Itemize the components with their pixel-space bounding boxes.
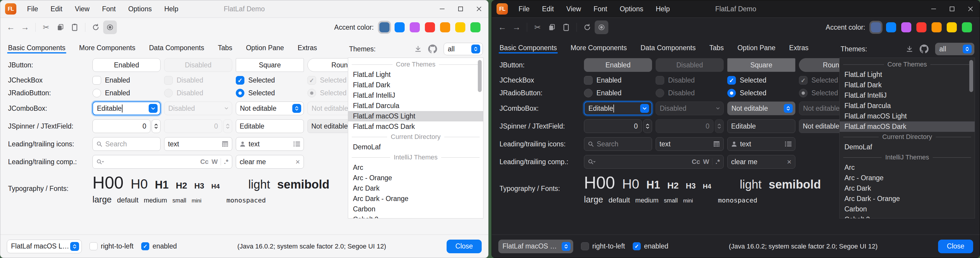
combobox-not-editable[interactable]: Not editable (236, 101, 304, 115)
menu-file[interactable]: File (519, 5, 530, 13)
tab-more-components[interactable]: More Components (571, 44, 627, 54)
list-item[interactable]: DemoLaf (840, 142, 975, 152)
list-item[interactable]: Arc (348, 162, 483, 173)
menu-view[interactable]: View (566, 5, 581, 13)
forward-icon[interactable]: → (18, 21, 32, 34)
back-icon[interactable]: ← (4, 21, 18, 34)
minimize-button[interactable] (924, 1, 943, 17)
list-item[interactable]: Arc Dark (840, 183, 975, 193)
calendar-icon[interactable] (222, 141, 228, 147)
paste-icon[interactable] (559, 21, 573, 34)
list-item[interactable]: Arc (840, 162, 975, 173)
list-item[interactable]: FlatLaf Darcula (348, 101, 483, 111)
list-icon[interactable] (785, 141, 791, 147)
checkbox-selected[interactable]: ✓Selected (727, 76, 795, 85)
textfield-editable[interactable]: Editable (727, 119, 795, 133)
tab-basic-components[interactable]: Basic Components (500, 44, 557, 54)
show-hidden-eye-icon[interactable] (103, 21, 117, 34)
search-input[interactable]: Search (584, 137, 652, 151)
search-dropdown-icon[interactable] (96, 159, 104, 165)
combobox-arrow-button[interactable] (292, 104, 301, 113)
close-window-button[interactable] (961, 1, 980, 17)
enabled-button[interactable]: Enabled (92, 58, 161, 72)
spinner-buttons[interactable] (643, 119, 652, 133)
date-input[interactable]: text (164, 137, 232, 151)
list-item[interactable]: Cobalt 2 (348, 214, 483, 218)
accent-swatch-orange[interactable] (440, 22, 450, 32)
close-button[interactable]: Close (447, 240, 482, 253)
minimize-button[interactable] (433, 1, 451, 17)
list-item[interactable]: FlatLaf Dark (840, 80, 975, 90)
cut-icon[interactable]: ✂ (531, 21, 544, 34)
accent-swatch-red[interactable] (425, 22, 435, 32)
menu-font[interactable]: Font (102, 5, 116, 13)
combobox-arrow-button[interactable] (784, 104, 793, 113)
accent-swatch-purple[interactable] (901, 22, 911, 32)
textfield-editable[interactable]: Editable (236, 119, 304, 133)
tab-option-pane[interactable]: Option Pane (737, 44, 775, 54)
list-item[interactable]: FlatLaf macOS Light (840, 111, 975, 122)
tab-extras[interactable]: Extras (789, 44, 808, 54)
list-item[interactable]: DemoLaf (348, 142, 483, 152)
search-dropdown-icon[interactable] (588, 159, 595, 165)
list-item[interactable]: FlatLaf IntelliJ (840, 90, 975, 101)
user-list-input[interactable]: text (236, 137, 304, 151)
download-icon[interactable] (906, 46, 913, 52)
accent-swatch-green[interactable] (962, 22, 972, 32)
refresh-icon[interactable] (581, 21, 594, 34)
list-item[interactable]: FlatLaf Light (348, 70, 483, 80)
list-icon[interactable] (293, 141, 300, 147)
calendar-icon[interactable] (713, 141, 720, 147)
tab-tabs[interactable]: Tabs (218, 44, 232, 54)
combobox-editable[interactable]: Editable (584, 101, 652, 115)
menu-help[interactable]: Help (164, 5, 178, 13)
combobox-arrow-button[interactable] (70, 242, 79, 251)
cut-icon[interactable]: ✂ (39, 21, 53, 34)
accent-swatch-orange[interactable] (932, 22, 942, 32)
accent-swatch-default[interactable] (379, 22, 390, 32)
themes-filter-combobox[interactable]: all (935, 43, 974, 55)
menu-view[interactable]: View (75, 5, 89, 13)
combobox-editable[interactable]: Editable (92, 101, 161, 115)
radio-enabled[interactable]: Enabled (92, 89, 161, 97)
menu-edit[interactable]: Edit (542, 5, 554, 13)
enabled-checkbox[interactable]: ✓enabled (141, 242, 177, 250)
rtl-checkbox[interactable]: right-to-left (89, 242, 134, 250)
clearable-input[interactable]: clear me × (236, 155, 304, 169)
spinner-value[interactable]: 0 (584, 119, 642, 133)
date-input[interactable]: text (655, 137, 724, 151)
paste-icon[interactable] (68, 21, 81, 34)
tab-basic-components[interactable]: Basic Components (8, 44, 65, 54)
tab-data-components[interactable]: Data Components (149, 44, 204, 54)
square-button[interactable]: Square (727, 58, 795, 72)
list-item[interactable]: Arc Dark - Orange (840, 193, 975, 204)
clear-icon[interactable]: × (787, 158, 791, 166)
maximize-button[interactable] (943, 1, 961, 17)
user-list-input[interactable]: text (727, 137, 795, 151)
themes-filter-combobox[interactable]: all (444, 43, 483, 55)
tab-more-components[interactable]: More Components (79, 44, 135, 54)
menu-help[interactable]: Help (655, 5, 670, 13)
close-button[interactable]: Close (938, 240, 973, 253)
download-icon[interactable] (414, 46, 422, 52)
regex-button[interactable]: .* (715, 158, 720, 166)
list-item[interactable]: Carbon (840, 204, 975, 214)
theme-combobox[interactable]: FlatLaf macOS Li… (7, 240, 82, 253)
list-item[interactable]: Arc - Orange (840, 173, 975, 183)
combobox-arrow-button[interactable] (471, 44, 480, 54)
list-item[interactable]: Carbon (348, 204, 483, 214)
radio-selected[interactable]: Selected (236, 89, 304, 97)
checkbox-enabled[interactable]: Enabled (584, 76, 652, 85)
list-item[interactable]: Cobalt 2 (840, 214, 975, 218)
maximize-button[interactable] (451, 1, 470, 17)
menu-options[interactable]: Options (620, 5, 643, 13)
theme-combobox[interactable]: FlatLaf macOS D… (498, 240, 573, 253)
list-item[interactable]: FlatLaf IntelliJ (348, 90, 483, 101)
scrollbar-thumb[interactable] (478, 60, 482, 92)
menu-font[interactable]: Font (593, 5, 607, 13)
accent-swatch-green[interactable] (470, 22, 480, 32)
radio-enabled[interactable]: Enabled (584, 89, 652, 97)
rtl-checkbox[interactable]: right-to-left (581, 242, 625, 250)
checkbox-selected[interactable]: ✓Selected (236, 76, 304, 85)
list-item[interactable]: Arc Dark (348, 183, 483, 193)
